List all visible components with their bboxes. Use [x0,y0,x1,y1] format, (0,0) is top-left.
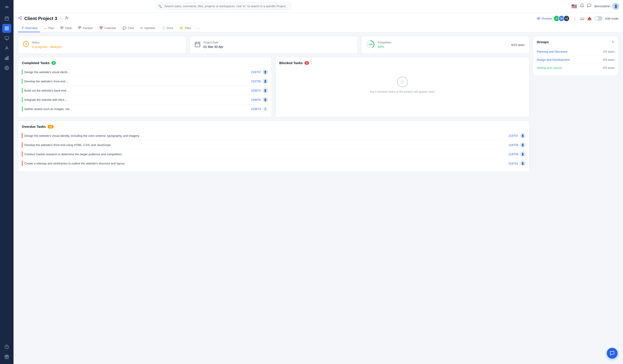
task-bar [22,79,22,84]
updates-tab-icon: ↺ [140,26,143,30]
notification-bell-icon[interactable] [580,3,584,9]
date-card: Project Date 01 Mar-30 Apr [190,36,358,54]
kanban-tab-icon [78,26,81,30]
chat-bubble-button[interactable] [607,348,618,359]
group-name[interactable]: Planning and Discovery [537,50,568,53]
calendar-tab-icon: 📅 [99,26,103,30]
task-item: Gather assets such as images, vid... 229… [22,104,268,113]
sidebar-item-layers[interactable] [2,34,11,43]
overview-tab-icon [21,26,24,30]
task-avatar: 👤 [263,69,268,75]
tab-kanban[interactable]: Kanban [75,24,95,32]
svg-point-15 [6,67,7,69]
tab-files[interactable]: 📁 Files [177,24,194,32]
task-id[interactable]: 229675 [251,89,261,92]
sidebar-item-calendar[interactable] [2,14,11,23]
edit-mode-toggle[interactable] [594,16,602,21]
svg-point-22 [21,19,22,20]
svg-rect-0 [5,17,9,20]
tab-plan[interactable]: — Plan [41,24,57,32]
tasks-row: Completed Tasks 6 Design the website's v… [18,57,529,117]
more-options-icon[interactable]: ⋮ [573,16,577,21]
refresh-icon[interactable]: ↻ [612,40,615,44]
task-id[interactable]: 218757 [509,134,518,138]
tab-table[interactable]: Table [58,24,75,32]
task-bar [22,142,22,148]
task-id[interactable]: 229673 [251,107,261,111]
task-bar [22,88,22,93]
svg-rect-12 [5,58,6,60]
task-id[interactable]: 229676 [251,98,261,101]
group-item: Testing and Launch 0/5 tasks [537,64,615,72]
groups-title: Groups [537,40,549,44]
sidebar-item-chart[interactable] [2,54,11,62]
tab-overview[interactable]: Overview [18,24,40,32]
member-avatar-more[interactable]: +1 [563,15,570,21]
task-id[interactable]: 218759 [509,153,518,156]
more-tabs-icon[interactable]: ⋯ [195,24,202,32]
page-content: Status In progress - delayed Project Dat… [14,32,623,364]
topbar: 🔍 🇺🇸 demo\admin 👤 [14,0,623,13]
files-tab-icon: 📁 [179,26,183,30]
project-actions: Preview C M +1 ⋮ 📖 📤 Edit mode [537,15,619,21]
sidebar-item-dashboard[interactable] [2,24,11,33]
task-item: Design the website's visual identi... 21… [22,67,268,77]
task-item: Build out the website's back-end ... 229… [22,86,268,95]
group-name[interactable]: Design and Development [537,58,570,61]
search-input[interactable] [156,2,291,10]
assign-icon[interactable] [65,16,69,21]
groups-card: Groups ↻ Planning and Discovery 2/5 task… [533,36,619,76]
completion-info: Completion 40% [378,41,509,49]
overdue-task-list: Design the website's visual identity, in… [22,131,526,168]
share-icon[interactable] [18,16,22,21]
completed-badge: 6 [51,61,56,65]
status-info: Status In progress - delayed [32,41,62,49]
plan-tab-icon: — [44,26,47,30]
svg-rect-41 [80,26,81,28]
svg-rect-6 [5,29,6,30]
tab-docs[interactable]: 📄 Docs [159,24,176,32]
tab-updates[interactable]: ↺ Updates [137,24,158,32]
avatar: 👤 [612,3,619,10]
svg-point-20 [21,17,22,18]
task-bar [22,161,22,166]
task-avatar: 👤 [263,97,268,102]
task-bar [22,151,22,157]
export-icon[interactable]: 📤 [587,17,592,21]
blocked-title: Blocked Tasks 0 [279,61,526,65]
sidebar-toggle[interactable]: ≫ [3,3,11,11]
task-item: Design the website's visual identity, in… [22,131,526,140]
right-column: Groups ↻ Planning and Discovery 2/5 task… [533,36,619,360]
svg-rect-14 [8,57,8,60]
user-info: demo\admin 👤 [594,3,619,10]
book-icon[interactable]: 📖 [580,17,584,21]
sidebar-item-gift[interactable] [2,352,11,361]
group-name[interactable]: Testing and Launch [537,66,562,69]
completion-label: Completion [378,41,509,44]
star-icon[interactable]: ☆ [60,17,63,21]
date-icon [194,41,201,48]
tab-calendar[interactable]: 📅 Calendar [96,24,119,32]
svg-rect-4 [5,27,6,28]
sidebar-item-help[interactable] [2,343,11,351]
group-tasks: 2/5 tasks [603,50,615,53]
chat-topbar-icon[interactable] [587,3,591,9]
svg-rect-39 [79,26,79,29]
task-id[interactable]: 218757 [251,70,261,74]
sidebar-item-users[interactable] [2,44,11,53]
task-item: Develop the website's front-end ... 2187… [22,77,268,86]
task-id[interactable]: 218758 [251,80,261,83]
date-value: 01 Mar-30 Apr [203,45,223,49]
sidebar-item-settings[interactable] [2,63,11,72]
task-item: Conduct market research to determine the… [22,150,526,159]
status-card: Status In progress - delayed [18,36,186,54]
task-id[interactable]: 218758 [509,143,518,147]
tab-chat[interactable]: 💬 Chat [120,24,136,32]
status-row: Status In progress - delayed Project Dat… [18,36,529,54]
flag-icon: 🇺🇸 [571,4,577,9]
status-label: Status [32,41,62,44]
svg-rect-35 [61,26,63,29]
task-id[interactable]: 218761 [509,162,518,165]
blocked-badge: 0 [305,61,309,65]
preview-button[interactable]: Preview [537,17,552,20]
